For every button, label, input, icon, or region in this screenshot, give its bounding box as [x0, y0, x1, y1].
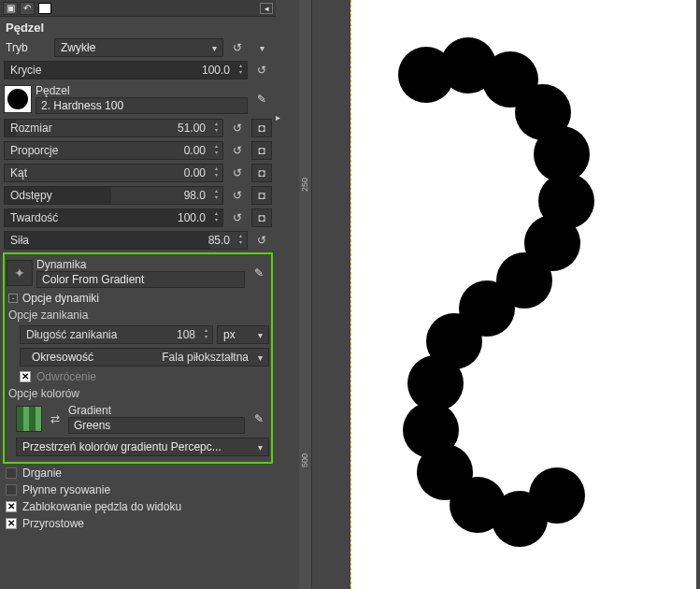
fade-unit-combo[interactable]: px ▾ [217, 325, 269, 344]
hardness-slider[interactable]: Twardość 100.0 ▴▾ [4, 208, 223, 227]
fade-length-slider[interactable]: Długość zanikania 108 ▴▾ [20, 325, 213, 344]
aspect-slider[interactable]: Proporcje 0.00 ▴▾ [4, 141, 223, 160]
aspect-reset-button[interactable]: ↺ [227, 141, 248, 160]
smooth-checkbox[interactable]: Płynne rysowanie [0, 481, 276, 498]
spin-down-icon[interactable]: ▾ [211, 172, 221, 179]
spin-up-icon[interactable]: ▴ [211, 210, 221, 217]
hardness-label: Twardość [10, 211, 58, 224]
fade-length-value: 108 [177, 328, 195, 341]
spacing-link-button[interactable]: ◘ [251, 186, 272, 205]
spin-up-icon[interactable]: ▴ [236, 63, 245, 69]
aspect-value: 0.00 [184, 144, 206, 157]
link-icon: ◘ [258, 144, 264, 157]
force-slider[interactable]: Siła 85.0 ▴▾ [4, 231, 248, 250]
dynamics-preview[interactable]: ✦ [7, 260, 33, 286]
brush-preview[interactable] [4, 85, 32, 113]
mode-reset-button[interactable]: ↺ [227, 38, 248, 57]
smooth-label: Płynne rysowanie [22, 483, 110, 496]
color-swatch[interactable] [38, 3, 51, 14]
ruler-tick-500: 500 [300, 453, 309, 467]
spin-up-icon[interactable]: ▴ [236, 233, 245, 239]
edit-icon: ✎ [257, 93, 266, 106]
spin-up-icon[interactable]: ▴ [211, 165, 221, 172]
checkbox-icon [6, 484, 17, 496]
force-reset-button[interactable]: ↺ [251, 231, 272, 250]
tool-options-tab-icon[interactable]: ▣ [3, 2, 18, 15]
fade-length-label: Długość zanikania [26, 328, 117, 341]
mode-menu-button[interactable]: ▾ [251, 38, 272, 57]
incremental-checkbox[interactable]: ✕ Przyrostowe [0, 515, 276, 532]
brush-dot-icon [7, 89, 28, 109]
mode-combo[interactable]: Zwykłe ▾ [54, 38, 223, 57]
gradient-edit-button[interactable]: ✎ [249, 409, 269, 428]
spacing-slider[interactable]: Odstępy 98.0 ▴▾ [4, 186, 223, 205]
dynamics-highlight-region: ✦ Dynamika Color From Gradient ✎ - Opcje… [3, 252, 273, 464]
spin-down-icon[interactable]: ▾ [211, 127, 221, 134]
angle-slider[interactable]: Kąt 0.00 ▴▾ [4, 164, 223, 182]
gradient-name-field[interactable]: Greens [68, 417, 245, 434]
gradient-colorspace-label: Przestrzeń kolorów gradientu Percepc... [22, 440, 252, 453]
spin-down-icon[interactable]: ▾ [211, 150, 221, 156]
reverse-checkbox[interactable]: ✕ Odwrócenie [7, 368, 269, 385]
spin-up-icon[interactable]: ▴ [211, 143, 221, 150]
reset-icon: ↺ [233, 144, 242, 157]
spacing-label: Odstępy [10, 189, 52, 202]
brush-edit-button[interactable]: ✎ [251, 90, 272, 108]
force-label: Siła [10, 234, 29, 247]
angle-reset-button[interactable]: ↺ [227, 164, 248, 182]
spin-up-icon[interactable]: ▴ [201, 327, 210, 334]
aspect-link-button[interactable]: ◘ [251, 141, 272, 160]
reset-icon: ↺ [233, 166, 242, 180]
spin-down-icon[interactable]: ▾ [201, 334, 210, 340]
color-options-heading: Opcje kolorów [7, 385, 269, 402]
link-icon: ◘ [258, 189, 264, 202]
panel-title: Pędzel [0, 17, 276, 36]
hardness-link-button[interactable]: ◘ [251, 208, 272, 227]
ruler-marker-icon: ▸ [276, 112, 280, 122]
spin-up-icon[interactable]: ▴ [211, 188, 221, 194]
chevron-down-icon: ▾ [258, 352, 263, 363]
dynamics-edit-button[interactable]: ✎ [249, 264, 269, 282]
spin-down-icon[interactable]: ▾ [211, 194, 221, 201]
panel-menu-icon[interactable]: ◂ [260, 3, 273, 14]
spin-down-icon[interactable]: ▾ [236, 69, 245, 76]
spin-down-icon[interactable]: ▾ [211, 217, 221, 223]
size-reset-button[interactable]: ↺ [227, 119, 248, 137]
chevron-down-icon: ▾ [260, 43, 264, 53]
period-value: Fala piłokształtna [162, 351, 252, 364]
spin-down-icon[interactable]: ▾ [236, 239, 245, 246]
dynamics-name-field[interactable]: Color From Gradient [36, 271, 245, 288]
brush-name: 2. Hardness 100 [41, 99, 123, 112]
mode-label: Tryb [4, 41, 50, 54]
undo-history-tab-icon[interactable]: ↶ [20, 2, 35, 15]
gradient-preview[interactable] [16, 406, 42, 432]
jitter-checkbox[interactable]: Drganie [0, 465, 276, 481]
angle-label: Kąt [10, 166, 27, 180]
brush-name-field[interactable]: 2. Hardness 100 [36, 97, 248, 114]
opacity-reset-button[interactable]: ↺ [251, 61, 272, 79]
reverse-label: Odwrócenie [36, 370, 96, 383]
stroke-dot [529, 467, 585, 524]
period-combo[interactable]: Okresowość Fala piłokształtna ▾ [20, 348, 269, 366]
opacity-value: 100.0 [202, 64, 230, 77]
gradient-heading: Gradient [68, 404, 245, 417]
size-link-button[interactable]: ◘ [251, 119, 272, 137]
chevron-down-icon: ▾ [258, 330, 263, 340]
size-slider[interactable]: Rozmiar 51.00 ▴▾ [4, 119, 223, 137]
gradient-flip-button[interactable]: ⇄ [46, 406, 64, 432]
spin-up-icon[interactable]: ▴ [211, 121, 221, 127]
period-label: Okresowość [26, 351, 156, 364]
reset-icon: ↺ [233, 122, 242, 135]
dynamics-name: Color From Gradient [42, 273, 144, 286]
reset-icon: ↺ [233, 41, 242, 54]
angle-link-button[interactable]: ◘ [251, 164, 272, 182]
lock-checkbox[interactable]: ✕ Zablokowanie pędzla do widoku [0, 498, 276, 515]
opacity-slider[interactable]: Krycie 100.0 ▴▾ [4, 61, 248, 79]
canvas[interactable] [350, 0, 696, 589]
spacing-reset-button[interactable]: ↺ [227, 186, 248, 205]
gradient-colorspace-combo[interactable]: Przestrzeń kolorów gradientu Percepc... … [16, 438, 269, 456]
hardness-reset-button[interactable]: ↺ [227, 208, 248, 227]
checkbox-icon: ✕ [6, 518, 17, 529]
lock-label: Zablokowanie pędzla do widoku [22, 500, 181, 513]
dynamics-options-expander[interactable]: - Opcje dynamiki [7, 290, 269, 307]
